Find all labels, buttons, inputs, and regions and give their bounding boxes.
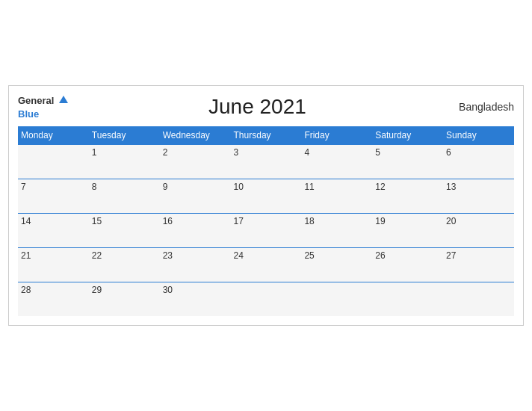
calendar-day-cell: 8 bbox=[89, 179, 160, 213]
col-header-tuesday: Tuesday bbox=[89, 126, 160, 145]
calendar-day-cell: 10 bbox=[231, 179, 302, 213]
calendar-day-cell: 16 bbox=[160, 213, 231, 247]
logo-row2: Blue bbox=[18, 107, 68, 120]
calendar-day-cell: 22 bbox=[89, 247, 160, 282]
calendar-week-row: 14151617181920 bbox=[18, 213, 514, 247]
calendar-day-cell: 28 bbox=[18, 282, 89, 316]
calendar-day-cell: 25 bbox=[301, 247, 372, 282]
calendar-day-cell: 27 bbox=[443, 247, 514, 282]
col-header-saturday: Saturday bbox=[372, 126, 443, 145]
calendar-day-cell: 3 bbox=[231, 144, 302, 179]
calendar-day-cell: 20 bbox=[443, 213, 514, 247]
calendar-body: 1234567891011121314151617181920212223242… bbox=[18, 144, 514, 316]
calendar-container: General Blue June 2021 Bangladesh Monday… bbox=[8, 85, 524, 325]
calendar-week-row: 123456 bbox=[18, 144, 514, 179]
calendar-day-cell bbox=[301, 282, 372, 316]
calendar-week-row: 21222324252627 bbox=[18, 247, 514, 282]
col-header-wednesday: Wednesday bbox=[160, 126, 231, 145]
logo-row1: General bbox=[18, 93, 68, 107]
logo-general-text: General bbox=[18, 95, 54, 106]
calendar-day-cell: 1 bbox=[89, 144, 160, 179]
col-header-sunday: Sunday bbox=[443, 126, 514, 145]
calendar-day-cell: 11 bbox=[301, 179, 372, 213]
logo: General Blue bbox=[18, 93, 68, 120]
calendar-table: MondayTuesdayWednesdayThursdayFridaySatu… bbox=[18, 126, 514, 316]
calendar-day-cell: 21 bbox=[18, 247, 89, 282]
calendar-day-cell: 18 bbox=[301, 213, 372, 247]
calendar-day-cell: 5 bbox=[372, 144, 443, 179]
calendar-day-cell: 7 bbox=[18, 179, 89, 213]
calendar-day-cell bbox=[443, 282, 514, 316]
logo-blue-text: Blue bbox=[18, 108, 39, 120]
calendar-day-cell bbox=[231, 282, 302, 316]
calendar-week-row: 282930 bbox=[18, 282, 514, 316]
calendar-day-cell: 15 bbox=[89, 213, 160, 247]
calendar-day-cell: 30 bbox=[160, 282, 231, 316]
calendar-day-cell: 12 bbox=[372, 179, 443, 213]
calendar-day-cell: 4 bbox=[301, 144, 372, 179]
calendar-day-cell: 26 bbox=[372, 247, 443, 282]
col-header-monday: Monday bbox=[18, 126, 89, 145]
calendar-day-cell: 24 bbox=[231, 247, 302, 282]
calendar-day-cell: 2 bbox=[160, 144, 231, 179]
calendar-header: General Blue June 2021 Bangladesh bbox=[18, 93, 514, 120]
col-header-thursday: Thursday bbox=[231, 126, 302, 145]
calendar-day-cell: 9 bbox=[160, 179, 231, 213]
calendar-day-cell: 29 bbox=[89, 282, 160, 316]
col-header-friday: Friday bbox=[301, 126, 372, 145]
calendar-header-row: MondayTuesdayWednesdayThursdayFridaySatu… bbox=[18, 126, 514, 145]
logo-triangle-icon bbox=[59, 96, 68, 103]
calendar-title: June 2021 bbox=[68, 95, 447, 119]
calendar-day-cell bbox=[372, 282, 443, 316]
calendar-day-cell: 14 bbox=[18, 213, 89, 247]
calendar-country: Bangladesh bbox=[447, 101, 514, 113]
calendar-day-cell: 23 bbox=[160, 247, 231, 282]
calendar-day-cell bbox=[18, 144, 89, 179]
calendar-day-cell: 19 bbox=[372, 213, 443, 247]
calendar-day-cell: 17 bbox=[231, 213, 302, 247]
calendar-week-row: 78910111213 bbox=[18, 179, 514, 213]
calendar-day-cell: 6 bbox=[443, 144, 514, 179]
calendar-day-cell: 13 bbox=[443, 179, 514, 213]
